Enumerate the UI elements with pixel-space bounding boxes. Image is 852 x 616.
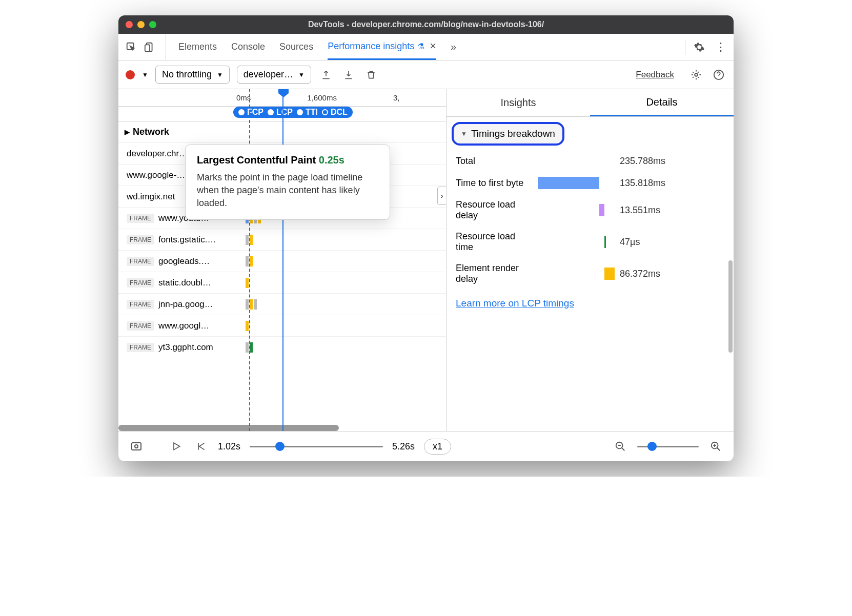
chip-lcp: LCP [276, 108, 293, 117]
device-toggle-icon[interactable] [142, 39, 157, 55]
kebab-menu-icon[interactable]: ⋮ [713, 39, 728, 55]
timings-breakdown-header[interactable]: Timings breakdown [452, 122, 564, 146]
metric-value: 135.818ms [620, 178, 665, 189]
play-icon[interactable] [169, 439, 184, 454]
export-icon[interactable] [318, 67, 334, 83]
svg-point-3 [695, 73, 698, 76]
chip-tti: TTI [306, 108, 318, 117]
tooltip-description: Marks the point in the page load timelin… [197, 171, 378, 210]
close-tab-icon[interactable]: × [430, 39, 436, 53]
network-host: fonts.gstatic.… [158, 235, 230, 245]
feedback-link[interactable]: Feedback [636, 70, 674, 80]
timeline-panel: 0ms 1,600ms 3, FCP LCP TTI DCL Network d… [118, 89, 447, 431]
throttling-select[interactable]: No throttling▼ [155, 66, 230, 84]
minimize-window-button[interactable] [137, 21, 145, 28]
learn-more-link[interactable]: Learn more on LCP timings [447, 290, 734, 317]
tooltip-value: 0.25s [319, 154, 344, 166]
tab-elements[interactable]: Elements [178, 34, 217, 60]
performance-toolbar: ▼ No throttling▼ developer…▼ Feedback [118, 60, 734, 89]
timing-chips[interactable]: FCP LCP TTI DCL [233, 107, 353, 118]
metric-value: 13.551ms [620, 205, 660, 216]
frame-badge: FRAME [127, 278, 154, 288]
svg-rect-5 [132, 443, 141, 450]
network-host: googleads.… [158, 256, 230, 266]
more-tabs-icon[interactable]: » [451, 41, 456, 53]
metric-value: 235.788ms [620, 156, 665, 167]
rewind-icon[interactable] [193, 439, 209, 454]
maximize-window-button[interactable] [149, 21, 156, 28]
tooltip-title: Largest Contentful Paint [197, 154, 316, 166]
timing-metric: Element render delay86.372ms [447, 258, 734, 290]
horizontal-scrollbar[interactable] [118, 425, 339, 431]
flask-icon: ⚗ [417, 42, 424, 51]
source-select[interactable]: developer…▼ [237, 66, 311, 84]
network-host: jnn-pa.goog… [158, 299, 230, 310]
metric-label: Resource load time [456, 231, 533, 253]
details-tab[interactable]: Details [590, 89, 734, 116]
vertical-scrollbar[interactable] [728, 260, 733, 353]
import-icon[interactable] [341, 67, 356, 83]
tab-sources[interactable]: Sources [279, 34, 313, 60]
time-end: 5.26s [392, 441, 415, 452]
zoom-in-icon[interactable] [708, 439, 723, 454]
settings-icon[interactable] [692, 39, 707, 55]
speed-button[interactable]: x1 [424, 439, 451, 455]
network-host: static.doubl… [158, 278, 230, 288]
marker-line [249, 89, 250, 431]
network-host: www.googl… [158, 321, 230, 331]
zoom-out-icon[interactable] [613, 439, 628, 454]
window-title: DevTools - developer.chrome.com/blog/new… [308, 20, 544, 29]
ruler-tick: 3, [393, 93, 400, 102]
network-host: yt3.ggpht.com [158, 342, 230, 353]
playback-slider[interactable] [250, 446, 383, 447]
frame-badge: FRAME [127, 300, 154, 309]
zoom-slider[interactable] [637, 446, 699, 447]
frame-badge: FRAME [127, 235, 154, 244]
playhead-line [282, 89, 283, 431]
inspect-icon[interactable] [124, 39, 139, 55]
frame-badge: FRAME [127, 321, 154, 331]
timing-metric: Resource load delay13.551ms [447, 194, 734, 226]
lcp-tooltip: Largest Contentful Paint 0.25s Marks the… [185, 145, 390, 220]
metric-value: 47µs [620, 237, 640, 248]
metric-label: Total [456, 156, 533, 167]
frame-badge: FRAME [127, 214, 154, 223]
window-titlebar: DevTools - developer.chrome.com/blog/new… [118, 15, 734, 34]
metric-label: Time to first byte [456, 178, 533, 189]
metric-value: 86.372ms [620, 269, 660, 279]
view-icon[interactable] [129, 439, 144, 454]
devtools-tabs-bar: Elements Console Sources Performance ins… [118, 34, 734, 60]
chip-dcl: DCL [331, 108, 348, 117]
insights-tab[interactable]: Insights [447, 89, 590, 116]
timing-metric: Total235.788ms [447, 151, 734, 172]
details-panel: Insights Details Timings breakdown Total… [447, 89, 734, 431]
tab-label: Performance insights [328, 41, 414, 52]
help-icon[interactable] [711, 67, 726, 83]
playback-footer: 1.02s 5.26s x1 [118, 432, 734, 461]
tab-performance-insights[interactable]: Performance insights ⚗ × [328, 34, 436, 60]
time-start: 1.02s [218, 441, 240, 452]
gear-icon[interactable] [688, 67, 704, 83]
timing-metric: Time to first byte135.818ms [447, 172, 734, 194]
ruler-tick: 1,600ms [307, 93, 337, 102]
close-window-button[interactable] [126, 21, 133, 28]
svg-rect-2 [145, 45, 150, 51]
record-button[interactable] [126, 70, 135, 79]
svg-point-6 [135, 445, 138, 448]
throttling-value: No throttling [162, 69, 212, 80]
record-options-dropdown[interactable]: ▼ [142, 71, 148, 78]
source-value: developer… [244, 69, 293, 80]
metric-label: Element render delay [456, 263, 533, 284]
delete-icon[interactable] [363, 67, 379, 83]
tab-console[interactable]: Console [231, 34, 265, 60]
frame-badge: FRAME [127, 343, 154, 352]
frame-badge: FRAME [127, 257, 154, 266]
timing-metric: Resource load time47µs [447, 226, 734, 258]
playhead-marker[interactable] [278, 89, 289, 97]
metric-label: Resource load delay [456, 199, 533, 221]
sidebar-toggle-icon[interactable]: › [437, 187, 447, 205]
